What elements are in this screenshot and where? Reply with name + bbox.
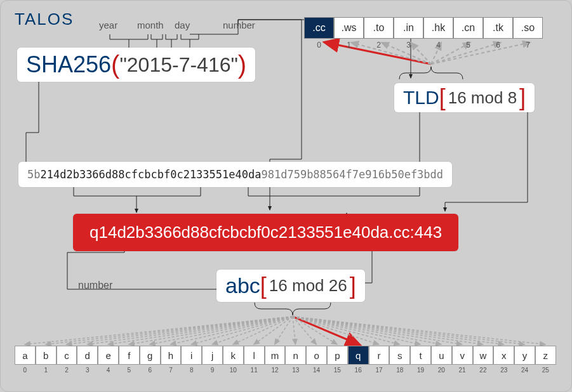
label-number: number	[223, 20, 255, 30]
alpha-idx-16: 16	[349, 367, 368, 374]
svg-line-40	[293, 317, 545, 344]
logo: TALOS	[15, 10, 74, 29]
svg-line-21	[129, 317, 293, 344]
tld-idx-2: 2	[364, 41, 393, 49]
svg-line-34	[293, 317, 420, 344]
result-box: q14d2b3366d88cfcbcbf0c2133551e40da.cc:44…	[73, 214, 458, 251]
alpha-idx-22: 22	[474, 367, 493, 374]
bracket-open-2: [	[260, 278, 267, 294]
alpha-cell-f: f5	[119, 346, 140, 365]
label-day: day	[175, 20, 190, 30]
alpha-cell-g: g6	[140, 346, 161, 365]
svg-line-20	[108, 317, 293, 344]
alpha-cell-u: u20	[431, 346, 452, 365]
tld-cell-6: .tk6	[483, 17, 513, 39]
svg-line-37	[293, 317, 483, 344]
svg-line-36	[293, 317, 462, 344]
sha256-input: "2015-7-416"	[119, 53, 237, 77]
svg-line-25	[212, 317, 293, 344]
hash-box: 5b214d2b3366d88cfcbcbf0c2133551e40da981d…	[18, 162, 452, 187]
tld-cell-3: .in3	[394, 17, 423, 39]
label-month: month	[137, 20, 164, 30]
svg-line-15	[293, 317, 359, 344]
paren-open: (	[111, 55, 119, 75]
alpha-cell-k: k10	[223, 346, 244, 365]
alpha-cell-p: p15	[327, 346, 348, 365]
alpha-idx-24: 24	[515, 367, 535, 374]
svg-line-30	[293, 317, 316, 344]
svg-line-16	[25, 317, 293, 344]
tld-idx-6: 6	[484, 41, 512, 49]
alpha-table: a0b1c2d3e4f5g6h7i8j9k10l11m12n13o14p15q1…	[15, 346, 556, 365]
svg-line-19	[87, 317, 293, 344]
abc-box: abc [ 16 mod 26 ]	[216, 270, 365, 302]
alpha-idx-0: 0	[15, 367, 35, 374]
alpha-cell-i: i8	[181, 346, 202, 365]
alpha-cell-l: l11	[244, 346, 265, 365]
alpha-cell-o: o14	[306, 346, 327, 365]
alpha-cell-x: x23	[493, 346, 514, 365]
alpha-idx-4: 4	[98, 367, 118, 374]
bracket-close-2: ]	[350, 278, 356, 294]
alpha-cell-t: t19	[410, 346, 431, 365]
hash-p3: 981d759b88564f7e916b50ef3bdd	[261, 168, 443, 181]
alpha-idx-2: 2	[57, 367, 77, 374]
alpha-idx-18: 18	[390, 367, 409, 374]
alpha-cell-d: d3	[77, 346, 98, 365]
tld-cell-0: .cc0	[304, 17, 334, 39]
alpha-cell-z: z25	[535, 346, 556, 365]
alpha-idx-10: 10	[223, 367, 243, 374]
alpha-idx-20: 20	[432, 367, 451, 374]
tld-idx-5: 5	[454, 41, 482, 49]
tld-idx-0: 0	[305, 41, 333, 49]
svg-line-22	[150, 317, 293, 344]
alpha-idx-9: 9	[203, 367, 222, 374]
alpha-idx-1: 1	[36, 367, 56, 374]
label-number2: number	[78, 280, 112, 291]
label-year: year	[99, 20, 117, 30]
tld-idx-4: 4	[424, 41, 453, 49]
paren-close: )	[238, 55, 246, 75]
tld-cell-7: .so7	[513, 17, 543, 39]
sha256-label: SHA256	[26, 51, 111, 78]
svg-line-23	[171, 317, 293, 344]
tld-label: TLD	[403, 87, 439, 108]
tld-idx-3: 3	[394, 41, 423, 49]
bracket-close: ]	[519, 89, 526, 105]
alpha-idx-7: 7	[161, 367, 181, 374]
svg-line-29	[293, 317, 295, 344]
hash-p2: 214d2b3366d88cfcbcbf0c2133551e40da	[40, 168, 261, 181]
alpha-idx-13: 13	[286, 367, 305, 374]
svg-line-31	[293, 317, 337, 344]
alpha-cell-s: s18	[389, 346, 410, 365]
alpha-idx-21: 21	[453, 367, 472, 374]
tld-table: .cc0.ws1.to2.in3.hk4.cn5.tk6.so7	[304, 17, 543, 39]
alpha-idx-3: 3	[77, 367, 97, 374]
svg-line-33	[293, 317, 399, 344]
svg-line-17	[46, 317, 293, 344]
abc-expr: 16 mod 26	[267, 276, 350, 296]
svg-line-32	[293, 317, 379, 344]
alpha-idx-14: 14	[307, 367, 326, 374]
tld-box: TLD [ 16 mod 8 ]	[394, 83, 535, 112]
tld-cell-1: .ws1	[334, 17, 364, 39]
alpha-idx-25: 25	[536, 367, 555, 374]
svg-line-18	[67, 317, 293, 344]
sha256-box: SHA256 ( "2015-7-416" )	[17, 48, 255, 82]
tld-cell-2: .to2	[364, 17, 394, 39]
tld-idx-1: 1	[335, 41, 363, 49]
svg-line-35	[293, 317, 441, 344]
svg-line-24	[191, 317, 293, 344]
alpha-cell-b: b1	[36, 346, 57, 365]
alpha-cell-j: j9	[202, 346, 223, 365]
alpha-idx-15: 15	[328, 367, 347, 374]
alpha-cell-n: n13	[285, 346, 306, 365]
svg-line-28	[275, 317, 293, 344]
svg-line-26	[233, 317, 293, 344]
alpha-cell-h: h7	[161, 346, 182, 365]
alpha-idx-12: 12	[265, 367, 285, 374]
alpha-cell-m: m12	[265, 346, 286, 365]
alpha-cell-y: y24	[514, 346, 535, 365]
hash-p1: 5b	[27, 168, 40, 181]
alpha-idx-5: 5	[119, 367, 139, 374]
